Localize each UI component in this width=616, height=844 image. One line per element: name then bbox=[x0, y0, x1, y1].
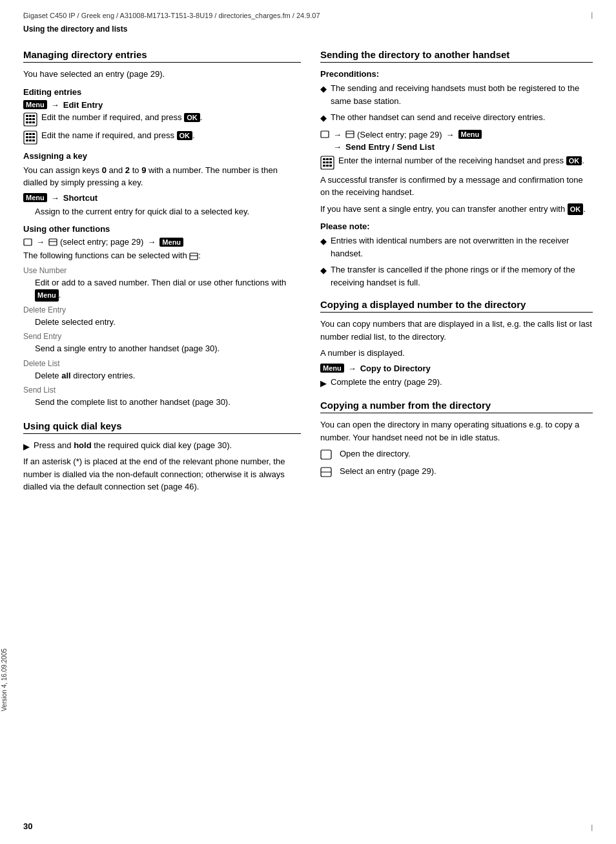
function-send-entry: Send Entry Send a single entry to anothe… bbox=[23, 332, 301, 355]
two-col-layout: Managing directory entries You have sele… bbox=[23, 40, 593, 497]
phone-open-icon bbox=[23, 238, 32, 247]
svg-rect-19 bbox=[32, 139, 35, 141]
managing-intro: You have selected an entry (page 29). bbox=[23, 68, 301, 81]
svg-rect-32 bbox=[323, 161, 325, 163]
svg-rect-35 bbox=[323, 165, 325, 167]
please-note-2-text: The transfer is cancelled if the phone r… bbox=[331, 263, 593, 289]
arrow-sending3: → bbox=[333, 142, 342, 152]
diamond-note-1: ◆ bbox=[320, 235, 327, 248]
corner-mark-tl: | bbox=[23, 12, 25, 19]
precondition-1-text: The sending and receiving handsets must … bbox=[331, 82, 593, 107]
function-delete-list: Delete List Delete all directory entries… bbox=[23, 359, 301, 382]
function-send-list: Send List Send the complete list to anot… bbox=[23, 386, 301, 409]
corner-mark-tr: | bbox=[591, 12, 593, 19]
send-list-title: Send List bbox=[23, 386, 301, 395]
diamond-note-2: ◆ bbox=[320, 264, 327, 277]
keypad-icon-2 bbox=[23, 130, 37, 145]
svg-rect-11 bbox=[26, 133, 28, 135]
menu-badge-edit: Menu bbox=[23, 100, 47, 109]
svg-rect-33 bbox=[326, 161, 329, 163]
copy-from-title: Copying a number from the directory bbox=[320, 400, 593, 413]
svg-rect-20 bbox=[24, 239, 32, 245]
please-note-2: ◆ The transfer is cancelled if the phone… bbox=[320, 263, 593, 289]
phone-closed-icon bbox=[48, 238, 57, 247]
left-column: Managing directory entries You have sele… bbox=[23, 40, 301, 497]
quick-bullet: ▶ Press and hold the required quick dial… bbox=[23, 439, 301, 453]
svg-rect-25 bbox=[321, 131, 329, 138]
copy-step-2: Select an entry (page 29). bbox=[320, 466, 593, 480]
other-nav-text: (select entry; page 29) bbox=[60, 237, 143, 247]
send-entry-title: Send Entry bbox=[23, 332, 301, 341]
editing-title: Editing entries bbox=[23, 87, 301, 97]
send-entry-desc: Send a single entry to another handset (… bbox=[35, 342, 301, 355]
copy-step-1: Open the directory. bbox=[320, 449, 593, 462]
svg-rect-29 bbox=[323, 158, 325, 160]
send-entry-send-list: Send Entry / Send List bbox=[345, 142, 435, 152]
sending-nav2: → Send Entry / Send List bbox=[332, 142, 593, 152]
use-number-title: Use Number bbox=[23, 266, 301, 275]
please-note-1: ◆ Entries with identical numbers are not… bbox=[320, 234, 593, 260]
please-note-title: Please note: bbox=[320, 221, 593, 231]
corner-mark-br: | bbox=[591, 824, 593, 831]
triangle-copy: ▶ bbox=[320, 377, 327, 390]
header-meta: Gigaset C450 IP / Greek eng / A31008-M17… bbox=[23, 12, 593, 19]
svg-rect-2 bbox=[29, 115, 32, 117]
svg-rect-3 bbox=[32, 115, 35, 117]
copying-title: Copying a displayed number to the direct… bbox=[320, 299, 593, 313]
svg-rect-1 bbox=[26, 115, 28, 117]
svg-rect-14 bbox=[26, 136, 28, 138]
copy-to-directory-label: Copy to Directory bbox=[360, 364, 431, 373]
menu-badge-shortcut: Menu bbox=[23, 193, 47, 202]
sending-phone-open bbox=[320, 130, 329, 139]
quick-desc: If an asterisk (*) is placed at the end … bbox=[23, 455, 301, 493]
svg-rect-13 bbox=[32, 133, 35, 135]
svg-rect-26 bbox=[346, 131, 354, 138]
precondition-1: ◆ The sending and receiving handsets mus… bbox=[320, 82, 593, 107]
editing-menu-step: Menu → Edit Entry bbox=[23, 100, 301, 110]
edit-name-text: Edit the name if required, and press OK. bbox=[41, 130, 301, 141]
svg-rect-38 bbox=[321, 450, 331, 459]
menu-badge-other: Menu bbox=[159, 238, 183, 247]
precondition-2-text: The other handset can send and receive d… bbox=[331, 111, 545, 124]
ok-badge-sending: OK bbox=[566, 156, 582, 165]
managing-title: Managing directory entries bbox=[23, 49, 301, 63]
copy-from-desc: You can open the directory in many opera… bbox=[320, 418, 593, 444]
keypad-icon-1 bbox=[23, 112, 37, 127]
assigning-sub: Assign to the current entry for quick di… bbox=[35, 205, 301, 218]
other-title: Using other functions bbox=[23, 224, 301, 234]
diamond-1: ◆ bbox=[320, 83, 327, 96]
right-column: Sending the directory to another handset… bbox=[320, 40, 593, 497]
phone-icon-1 bbox=[320, 449, 334, 462]
phone-icon-2 bbox=[320, 466, 334, 480]
svg-rect-6 bbox=[32, 118, 35, 120]
triangle-icon: ▶ bbox=[23, 440, 30, 453]
quick-bullet-text: Press and hold the required quick dial k… bbox=[34, 439, 232, 452]
use-number-desc: Edit or add to a saved number. Then dial… bbox=[35, 276, 301, 302]
function-use-number: Use Number Edit or add to a saved number… bbox=[23, 266, 301, 302]
sending-phone-closed bbox=[345, 130, 354, 139]
edit-entry-label: Edit Entry bbox=[63, 100, 103, 110]
svg-rect-16 bbox=[32, 136, 35, 138]
sending-step-text: Enter the internal number of the receivi… bbox=[338, 156, 593, 166]
sending-nav: → (Select entry; page 29) → Menu bbox=[320, 130, 593, 139]
shortcut-label: Shortcut bbox=[63, 193, 98, 203]
copying-desc2: A number is displayed. bbox=[320, 347, 593, 360]
sending-confirm: A successful transfer is confirmed by a … bbox=[320, 174, 593, 199]
quick-title: Using quick dial keys bbox=[23, 420, 301, 434]
other-desc: The following functions can be selected … bbox=[23, 249, 301, 262]
menu-badge-use: Menu bbox=[35, 289, 59, 302]
edit-number-row: Edit the number if required, and press O… bbox=[23, 112, 301, 127]
ok-badge-2: OK bbox=[177, 131, 193, 140]
svg-rect-37 bbox=[329, 165, 332, 167]
sending-step-row: Enter the internal number of the receivi… bbox=[320, 156, 593, 170]
edit-name-row: Edit the name if required, and press OK. bbox=[23, 130, 301, 145]
arrow-other2: → bbox=[147, 237, 156, 247]
copy-from-steps: Open the directory. Select an entry (pag… bbox=[320, 449, 593, 480]
assigning-title: Assigning a key bbox=[23, 151, 301, 161]
menu-badge-copy: Menu bbox=[320, 364, 344, 373]
assigning-menu-step: Menu → Shortcut bbox=[23, 193, 301, 203]
svg-rect-21 bbox=[49, 239, 57, 245]
edit-number-text: Edit the number if required, and press O… bbox=[41, 112, 301, 123]
sending-single: If you have sent a single entry, you can… bbox=[320, 203, 593, 216]
arrow-other1: → bbox=[36, 237, 45, 247]
